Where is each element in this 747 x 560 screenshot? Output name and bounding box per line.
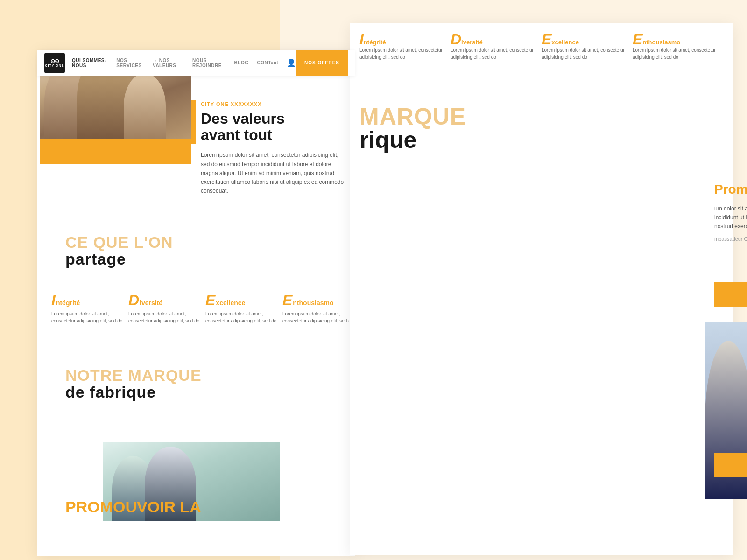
value-letter-e2: E [282,293,292,308]
person-silhouette-3 [124,73,166,139]
value-desc-d: Lorem ipsum dolor sit amet, consectetur … [128,310,201,324]
values-title: Des valeurs avant tout [201,111,345,143]
right-rest-e2: nthousiasmo [642,39,680,46]
ceque-section: CE QUE L'ON partage [65,234,173,268]
promouvoir-title: Promouvoir la diversité [714,182,747,197]
right-marque-line2: rique [359,128,466,152]
deco-orange-hero-bottom [40,139,191,164]
right-desc-d: Lorem ipsum dolor sit amet, consectetur … [451,47,537,61]
right-rest-e: xcellence [551,39,579,46]
navbar: ⊙⊙ CITY ONE QUI SOMMES-NOUS NOS SERVICES… [37,50,355,76]
right-value-excellence: E xcellence Lorem ipsum dolor sit amet, … [542,32,628,61]
promouvoir-body: um dolor sit amet, consectetur adipisici… [714,204,747,231]
value-item-integrite: I ntégrité Lorem ipsum dolor sit amet, c… [51,293,124,324]
contact-label: CONTact [257,60,278,65]
right-desc-e2: Lorem ipsum dolor sit amet, consectetur … [633,47,719,61]
right-desc-e: Lorem ipsum dolor sit amet, consectetur … [542,47,628,61]
value-item-diversite: D iversité Lorem ipsum dolor sit amet, c… [128,293,201,324]
nav-links: QUI SOMMES-NOUS NOS SERVICES → NOS VALEU… [72,58,296,68]
right-rest-i: ntégrité [364,39,386,46]
nav-item-nous-rejoindre[interactable]: NOUS REJOINDRE [192,58,226,68]
nav-item-nos-services[interactable]: NOS SERVICES [116,58,144,68]
value-rest-i: ntégrité [56,299,80,307]
en-savoir-plus-button-1[interactable]: EN SAVOIR PLUS ✦ [714,282,747,307]
value-rest-e2: nthousiasmo [293,299,333,307]
nav-item-qui-sommes-nous[interactable]: QUI SOMMES-NOUS [72,58,108,68]
marque-line2: de fabrique [65,383,202,401]
en-savoir-plus-button-2[interactable]: EN SAVOIR PLUS ✦ [714,453,747,477]
right-value-diversite: D iversité Lorem ipsum dolor sit amet, c… [451,32,537,61]
value-desc-e2: Lorem ipsum dolor sit amet, consectetur … [282,310,355,324]
ceque-line1: CE QUE L'ON [65,234,173,250]
right-letter-e: E [542,32,551,47]
logo-text: ⊙⊙ CITY ONE [45,58,64,67]
right-letter-e2: E [633,32,642,47]
ceque-line2: partage [65,250,173,268]
right-value-enthousiasme: E nthousiasmo Lorem ipsum dolor sit amet… [633,32,719,61]
values-body: Lorem ipsum dolor sit amet, consectetur … [201,151,345,196]
promouvoir-section: Promouvoir la diversité um dolor sit ame… [714,182,747,242]
right-desc-i: Lorem ipsum dolor sit amet, consectetur … [359,47,446,61]
right-marque-section: MARQUE rique [359,105,466,152]
values-grid: I ntégrité Lorem ipsum dolor sit amet, c… [51,293,355,324]
value-letter-i: I [51,293,56,308]
right-rest-d: iversité [461,39,483,46]
right-values-grid: I ntégrité Lorem ipsum dolor sit amet, c… [359,32,719,61]
value-item-excellence: E xcellence Lorem ipsum dolor sit amet, … [205,293,278,324]
nav-item-blog[interactable]: BLOG [234,60,249,65]
ambassador-name: mbassadeur Orly [714,236,747,242]
values-section: CITY ONE XXXXXXXX Des valeurs avant tout… [201,101,345,196]
value-item-enthousiasme: E nthousiasmo Lorem ipsum dolor sit amet… [282,293,355,324]
right-marque-line1: MARQUE [359,105,466,128]
value-rest-d: iversité [140,299,162,307]
value-desc-i: Lorem ipsum dolor sit amet, consectetur … [51,310,124,324]
right-letter-i: I [359,32,364,47]
logo-box[interactable]: ⊙⊙ CITY ONE [44,53,65,73]
value-rest-e: xcellence [216,299,245,307]
value-letter-d: D [128,293,139,308]
nav-item-nos-valeurs[interactable]: → NOS VALEURS [153,58,184,68]
right-value-integrite: I ntégrité Lorem ipsum dolor sit amet, c… [359,32,446,61]
marque-section: NOTRE MARQUE de fabrique [65,367,202,401]
promouvoir-bottom-text: Promouvoir la [65,498,201,516]
cta-offres-button[interactable]: NOS OFFRES [296,50,348,76]
user-icon[interactable]: 👤 [287,58,296,67]
card-right: I ntégrité Lorem ipsum dolor sit amet, c… [350,23,733,555]
card-left: CITY ONE XXXXXXXX Des valeurs avant tout… [37,50,355,556]
right-letter-d: D [451,32,461,47]
value-desc-e: Lorem ipsum dolor sit amet, consectetur … [205,310,278,324]
values-overline: CITY ONE XXXXXXXX [201,101,345,107]
marque-line1: NOTRE MARQUE [65,367,202,383]
value-letter-e: E [205,293,215,308]
nav-item-contact[interactable]: CONTact [257,60,278,65]
